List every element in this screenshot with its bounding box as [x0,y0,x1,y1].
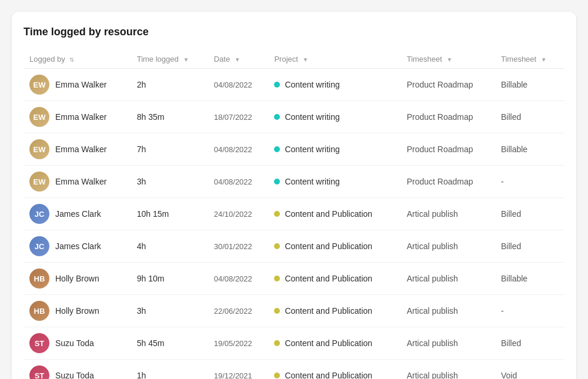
cell-date-6: 04/08/2022 [208,263,269,295]
sort-icon-time: ▼ [183,56,189,63]
user-name-0: Emma Walker [55,80,106,89]
project-name-1: Content writing [285,112,339,122]
avatar-8: ST [29,333,49,353]
cell-billing-9: Void [495,360,564,380]
user-name-4: James Clark [55,209,101,219]
sort-icon-project: ▼ [303,56,309,63]
cell-timesheet-6: Artical publish [401,263,495,295]
user-name-8: Suzu Toda [55,338,94,348]
avatar-1: EW [29,107,49,127]
cell-timesheet-4: Artical publish [401,198,495,230]
table-row[interactable]: HB Holly Brown 9h 10m 04/08/2022 Content… [24,263,564,295]
project-dot-5 [274,243,280,249]
table-row[interactable]: EW Emma Walker 7h 04/08/2022 Content wri… [24,133,564,166]
cell-date-8: 19/05/2022 [208,327,269,360]
table-row[interactable]: JC James Clark 10h 15m 24/10/2022 Conten… [24,198,564,230]
cell-timesheet-9: Artical publish [401,360,495,380]
col-time-logged-label: Time logged [137,55,179,63]
cell-time-4: 10h 15m [131,198,208,230]
user-name-2: Emma Walker [55,145,106,154]
cell-date-4: 24/10/2022 [208,198,269,230]
cell-project-2: Content writing [268,133,400,166]
avatar-0: EW [29,75,49,95]
col-date[interactable]: Date ▼ [208,50,269,69]
col-date-label: Date [214,55,230,63]
project-name-9: Content and Publication [285,371,372,379]
cell-project-6: Content and Publication [268,263,400,295]
cell-billing-3: - [495,166,564,198]
project-dot-7 [274,308,280,314]
col-billing[interactable]: Timesheet ▼ [495,50,564,69]
project-name-8: Content and Publication [285,338,372,348]
cell-time-0: 2h [131,69,208,101]
cell-timesheet-8: Artical publish [401,327,495,360]
cell-user-3: EW Emma Walker [24,166,131,198]
project-dot-8 [274,340,280,346]
project-dot-1 [274,114,280,120]
cell-user-1: EW Emma Walker [24,101,131,133]
user-name-7: Holly Brown [55,306,99,316]
cell-date-1: 18/07/2022 [208,101,269,133]
cell-date-2: 04/08/2022 [208,133,269,166]
col-timesheet-label: Timesheet [407,55,442,63]
col-time-logged[interactable]: Time logged ▼ [131,50,208,69]
col-project[interactable]: Project ▼ [268,50,400,69]
cell-user-4: JC James Clark [24,198,131,230]
cell-billing-7: - [495,295,564,327]
project-dot-6 [274,276,280,281]
user-name-5: James Clark [55,242,101,251]
col-logged-by[interactable]: Logged by ⇅ [24,50,131,69]
col-logged-by-label: Logged by [29,55,65,63]
cell-timesheet-1: Product Roadmap [401,101,495,133]
card-title: Time logged by resource [24,26,564,38]
project-name-4: Content and Publication [285,209,372,219]
cell-timesheet-7: Artical publish [401,295,495,327]
cell-billing-6: Billable [495,263,564,295]
table-row[interactable]: ST Suzu Toda 5h 45m 19/05/2022 Content a… [24,327,564,360]
cell-time-3: 3h [131,166,208,198]
cell-billing-1: Billed [495,101,564,133]
cell-user-9: ST Suzu Toda [24,360,131,380]
cell-date-3: 04/08/2022 [208,166,269,198]
sort-icon-date: ▼ [235,56,240,63]
project-dot-0 [274,82,280,88]
project-dot-9 [274,373,280,378]
cell-user-2: EW Emma Walker [24,133,131,166]
project-dot-3 [274,179,280,185]
cell-date-0: 04/08/2022 [208,69,269,101]
project-name-2: Content writing [285,145,339,154]
cell-time-9: 1h [131,360,208,380]
sort-icon-logged-by: ⇅ [69,56,74,63]
col-project-label: Project [274,55,298,63]
table-row[interactable]: ST Suzu Toda 1h 19/12/2021 Content and P… [24,360,564,380]
avatar-6: HB [29,269,49,289]
cell-user-5: JC James Clark [24,230,131,263]
table-row[interactable]: EW Emma Walker 2h 04/08/2022 Content wri… [24,69,564,101]
cell-user-8: ST Suzu Toda [24,327,131,360]
user-name-9: Suzu Toda [55,371,94,379]
cell-date-5: 30/01/2022 [208,230,269,263]
table-row[interactable]: EW Emma Walker 3h 04/08/2022 Content wri… [24,166,564,198]
avatar-4: JC [29,204,49,224]
user-name-6: Holly Brown [55,274,99,283]
cell-time-6: 9h 10m [131,263,208,295]
sort-icon-billing: ▼ [541,56,547,63]
cell-timesheet-3: Product Roadmap [401,166,495,198]
table-row[interactable]: EW Emma Walker 8h 35m 18/07/2022 Content… [24,101,564,133]
table-row[interactable]: HB Holly Brown 3h 22/06/2022 Content and… [24,295,564,327]
table-row[interactable]: JC James Clark 4h 30/01/2022 Content and… [24,230,564,263]
cell-timesheet-5: Artical publish [401,230,495,263]
avatar-3: EW [29,172,49,192]
avatar-5: JC [29,236,49,256]
cell-timesheet-2: Product Roadmap [401,133,495,166]
project-name-7: Content and Publication [285,306,372,316]
user-name-3: Emma Walker [55,177,106,186]
cell-project-3: Content writing [268,166,400,198]
project-dot-4 [274,211,280,217]
cell-user-0: EW Emma Walker [24,69,131,101]
cell-time-8: 5h 45m [131,327,208,360]
col-timesheet[interactable]: Timesheet ▼ [401,50,495,69]
cell-date-9: 19/12/2021 [208,360,269,380]
project-name-6: Content and Publication [285,274,372,283]
cell-user-6: HB Holly Brown [24,263,131,295]
